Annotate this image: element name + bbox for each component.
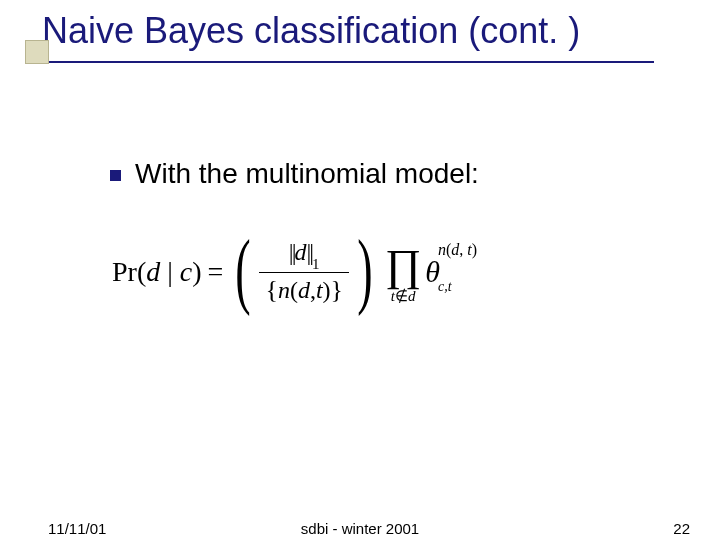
prod-sub-notin: ∉ (395, 288, 408, 304)
den-paren-r: ) (323, 277, 331, 303)
den-open-brace: { (265, 275, 277, 304)
footer-center: sdbi - winter 2001 (0, 520, 720, 537)
eq-arg-d: d (146, 256, 160, 287)
theta-sup-paren-r: ) (472, 241, 477, 258)
big-paren-right: ) (357, 228, 372, 312)
theta-subscript: c,t (438, 279, 452, 295)
eq-equals: = (202, 256, 230, 288)
theta-sup-n: n (438, 241, 446, 258)
binomial-frac: ||d||1 {n(d,t)} (259, 239, 349, 305)
square-bullet-icon (110, 170, 121, 181)
product-symbol: ∏ (385, 247, 421, 285)
theta-superscript: n(d, t) (438, 241, 477, 259)
slide-title: Naive Bayes classification (cont. ) (42, 8, 662, 53)
eq-bar: | (160, 256, 180, 287)
frac-denominator: {n(d,t)} (259, 272, 349, 305)
eq-args-close: ) (192, 256, 201, 287)
eq-arg-c: c (180, 256, 192, 287)
product-subscript: t∉d (391, 287, 416, 305)
equation: Pr (d | c) = ( ||d||1 {n(d,t)} ) ∏ t∉d θ (112, 230, 612, 340)
big-paren-left: ( (236, 228, 251, 312)
frac-numerator: ||d||1 (283, 239, 326, 272)
slide-title-block: Naive Bayes classification (cont. ) (42, 8, 662, 63)
den-d: d (298, 277, 310, 303)
eq-pr-label: Pr (112, 256, 137, 288)
prod-sub-d: d (408, 288, 416, 304)
title-underline (42, 61, 654, 63)
title-decor-square (25, 40, 49, 64)
den-close-brace: } (331, 275, 343, 304)
eq-args-open: ( (137, 256, 146, 287)
den-t: t (316, 277, 323, 303)
product-operator: ∏ t∉d (385, 247, 421, 305)
den-n: n (278, 277, 290, 303)
eq-args: (d | c) (137, 256, 202, 288)
num-sub-1: 1 (312, 256, 320, 272)
equation-row: Pr (d | c) = ( ||d||1 {n(d,t)} ) ∏ t∉d θ (112, 230, 612, 314)
bullet-text: With the multinomial model: (135, 158, 479, 190)
footer-page-number: 22 (673, 520, 690, 537)
den-paren-l: ( (290, 277, 298, 303)
bullet-row: With the multinomial model: (110, 158, 479, 190)
theta-term: θ n(d, t) c,t (425, 255, 479, 289)
num-d: d (294, 239, 306, 265)
